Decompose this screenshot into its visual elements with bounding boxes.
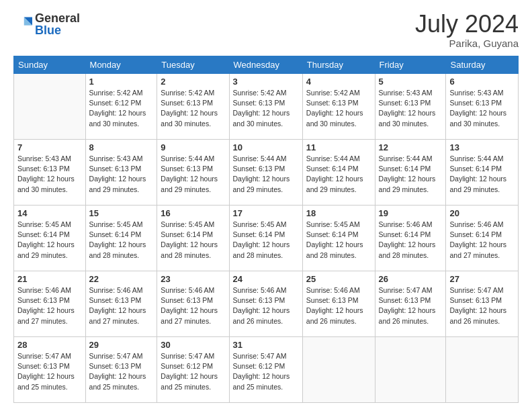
day-info: Sunrise: 5:43 AMSunset: 6:13 PMDaylight:… <box>89 154 154 195</box>
day-number: 16 <box>161 208 225 218</box>
title-block: July 2024 Parika, Guyana <box>415 12 519 49</box>
day-number: 15 <box>89 208 154 218</box>
col-sunday: Sunday <box>14 56 86 74</box>
calendar-cell: 11Sunrise: 5:44 AMSunset: 6:14 PMDayligh… <box>302 140 375 205</box>
col-thursday: Thursday <box>302 56 375 74</box>
calendar-page: General Blue July 2024 Parika, Guyana Su… <box>0 0 532 411</box>
day-info: Sunrise: 5:42 AMSunset: 6:13 PMDaylight:… <box>233 88 299 129</box>
logo: General Blue <box>13 12 80 36</box>
day-number: 18 <box>306 208 371 218</box>
logo-general-text: General <box>35 11 80 25</box>
day-info: Sunrise: 5:47 AMSunset: 6:12 PMDaylight:… <box>233 351 299 392</box>
calendar-cell: 14Sunrise: 5:45 AMSunset: 6:14 PMDayligh… <box>14 205 86 271</box>
calendar-cell: 15Sunrise: 5:45 AMSunset: 6:14 PMDayligh… <box>85 205 157 271</box>
day-info: Sunrise: 5:47 AMSunset: 6:13 PMDaylight:… <box>89 351 154 392</box>
calendar-cell: 18Sunrise: 5:45 AMSunset: 6:14 PMDayligh… <box>302 205 375 271</box>
calendar-cell: 19Sunrise: 5:46 AMSunset: 6:14 PMDayligh… <box>375 205 446 271</box>
day-number: 29 <box>89 340 154 350</box>
day-info: Sunrise: 5:43 AMSunset: 6:13 PMDaylight:… <box>17 154 82 195</box>
day-info: Sunrise: 5:45 AMSunset: 6:14 PMDaylight:… <box>89 220 154 261</box>
calendar-cell: 17Sunrise: 5:45 AMSunset: 6:14 PMDayligh… <box>229 205 302 271</box>
day-info: Sunrise: 5:46 AMSunset: 6:13 PMDaylight:… <box>89 285 154 326</box>
logo-icon <box>13 15 32 34</box>
day-number: 11 <box>306 142 371 152</box>
calendar-body: 1Sunrise: 5:42 AMSunset: 6:12 PMDaylight… <box>14 74 519 403</box>
calendar-cell: 29Sunrise: 5:47 AMSunset: 6:13 PMDayligh… <box>85 337 157 403</box>
calendar-cell: 9Sunrise: 5:44 AMSunset: 6:13 PMDaylight… <box>157 140 229 205</box>
calendar-cell: 13Sunrise: 5:44 AMSunset: 6:14 PMDayligh… <box>446 140 519 205</box>
day-info: Sunrise: 5:43 AMSunset: 6:13 PMDaylight:… <box>379 88 443 129</box>
day-info: Sunrise: 5:47 AMSunset: 6:13 PMDaylight:… <box>379 285 443 326</box>
calendar-cell: 16Sunrise: 5:45 AMSunset: 6:14 PMDayligh… <box>157 205 229 271</box>
calendar-cell: 31Sunrise: 5:47 AMSunset: 6:12 PMDayligh… <box>229 337 302 403</box>
day-info: Sunrise: 5:44 AMSunset: 6:13 PMDaylight:… <box>233 154 299 195</box>
day-info: Sunrise: 5:45 AMSunset: 6:14 PMDaylight:… <box>306 220 371 261</box>
day-info: Sunrise: 5:42 AMSunset: 6:13 PMDaylight:… <box>306 88 371 129</box>
calendar-cell: 3Sunrise: 5:42 AMSunset: 6:13 PMDaylight… <box>229 74 302 140</box>
day-info: Sunrise: 5:46 AMSunset: 6:13 PMDaylight:… <box>233 285 299 326</box>
logo-blue-text: Blue <box>35 24 61 37</box>
col-friday: Friday <box>375 56 446 74</box>
calendar-cell: 6Sunrise: 5:43 AMSunset: 6:13 PMDaylight… <box>446 74 519 140</box>
day-info: Sunrise: 5:46 AMSunset: 6:14 PMDaylight:… <box>379 220 443 261</box>
calendar-cell: 27Sunrise: 5:47 AMSunset: 6:13 PMDayligh… <box>446 271 519 337</box>
calendar-cell: 8Sunrise: 5:43 AMSunset: 6:13 PMDaylight… <box>85 140 157 205</box>
calendar-table: Sunday Monday Tuesday Wednesday Thursday… <box>13 56 519 403</box>
day-info: Sunrise: 5:43 AMSunset: 6:13 PMDaylight:… <box>449 88 515 129</box>
day-number: 14 <box>17 208 82 218</box>
day-number: 3 <box>233 77 299 87</box>
day-info: Sunrise: 5:47 AMSunset: 6:13 PMDaylight:… <box>449 285 515 326</box>
day-number: 4 <box>306 77 371 87</box>
calendar-cell: 4Sunrise: 5:42 AMSunset: 6:13 PMDaylight… <box>302 74 375 140</box>
calendar-cell: 7Sunrise: 5:43 AMSunset: 6:13 PMDaylight… <box>14 140 86 205</box>
day-number: 30 <box>161 340 225 350</box>
calendar-cell: 5Sunrise: 5:43 AMSunset: 6:13 PMDaylight… <box>375 74 446 140</box>
day-number: 17 <box>233 208 299 218</box>
day-info: Sunrise: 5:42 AMSunset: 6:13 PMDaylight:… <box>161 88 225 129</box>
header-row: Sunday Monday Tuesday Wednesday Thursday… <box>14 56 519 74</box>
day-info: Sunrise: 5:44 AMSunset: 6:14 PMDaylight:… <box>449 154 515 195</box>
day-number: 13 <box>449 142 515 152</box>
col-monday: Monday <box>85 56 157 74</box>
day-info: Sunrise: 5:47 AMSunset: 6:13 PMDaylight:… <box>17 351 82 392</box>
day-number: 21 <box>17 274 82 284</box>
col-tuesday: Tuesday <box>157 56 229 74</box>
col-wednesday: Wednesday <box>229 56 302 74</box>
calendar-cell <box>446 337 519 403</box>
day-number: 31 <box>233 340 299 350</box>
day-info: Sunrise: 5:46 AMSunset: 6:13 PMDaylight:… <box>306 285 371 326</box>
calendar-week-row: 21Sunrise: 5:46 AMSunset: 6:13 PMDayligh… <box>14 271 519 337</box>
day-number: 23 <box>161 274 225 284</box>
day-number: 27 <box>449 274 515 284</box>
calendar-cell: 24Sunrise: 5:46 AMSunset: 6:13 PMDayligh… <box>229 271 302 337</box>
day-number: 8 <box>89 142 154 152</box>
calendar-cell <box>375 337 446 403</box>
day-number: 10 <box>233 142 299 152</box>
day-number: 20 <box>449 208 515 218</box>
day-number: 7 <box>17 142 82 152</box>
day-number: 6 <box>449 77 515 87</box>
header: General Blue July 2024 Parika, Guyana <box>13 12 519 49</box>
day-number: 22 <box>89 274 154 284</box>
day-number: 12 <box>379 142 443 152</box>
day-number: 24 <box>233 274 299 284</box>
calendar-cell: 20Sunrise: 5:46 AMSunset: 6:14 PMDayligh… <box>446 205 519 271</box>
calendar-cell: 28Sunrise: 5:47 AMSunset: 6:13 PMDayligh… <box>14 337 86 403</box>
calendar-cell: 23Sunrise: 5:46 AMSunset: 6:13 PMDayligh… <box>157 271 229 337</box>
calendar-cell: 10Sunrise: 5:44 AMSunset: 6:13 PMDayligh… <box>229 140 302 205</box>
calendar-cell: 25Sunrise: 5:46 AMSunset: 6:13 PMDayligh… <box>302 271 375 337</box>
calendar-week-row: 7Sunrise: 5:43 AMSunset: 6:13 PMDaylight… <box>14 140 519 205</box>
day-info: Sunrise: 5:44 AMSunset: 6:14 PMDaylight:… <box>379 154 443 195</box>
day-info: Sunrise: 5:42 AMSunset: 6:12 PMDaylight:… <box>89 88 154 129</box>
day-info: Sunrise: 5:44 AMSunset: 6:13 PMDaylight:… <box>161 154 225 195</box>
calendar-week-row: 28Sunrise: 5:47 AMSunset: 6:13 PMDayligh… <box>14 337 519 403</box>
calendar-cell: 2Sunrise: 5:42 AMSunset: 6:13 PMDaylight… <box>157 74 229 140</box>
day-info: Sunrise: 5:45 AMSunset: 6:14 PMDaylight:… <box>17 220 82 261</box>
calendar-cell: 21Sunrise: 5:46 AMSunset: 6:13 PMDayligh… <box>14 271 86 337</box>
day-number: 28 <box>17 340 82 350</box>
calendar-cell <box>14 74 86 140</box>
day-number: 1 <box>89 77 154 87</box>
calendar-cell <box>302 337 375 403</box>
calendar-cell: 12Sunrise: 5:44 AMSunset: 6:14 PMDayligh… <box>375 140 446 205</box>
day-info: Sunrise: 5:45 AMSunset: 6:14 PMDaylight:… <box>161 220 225 261</box>
